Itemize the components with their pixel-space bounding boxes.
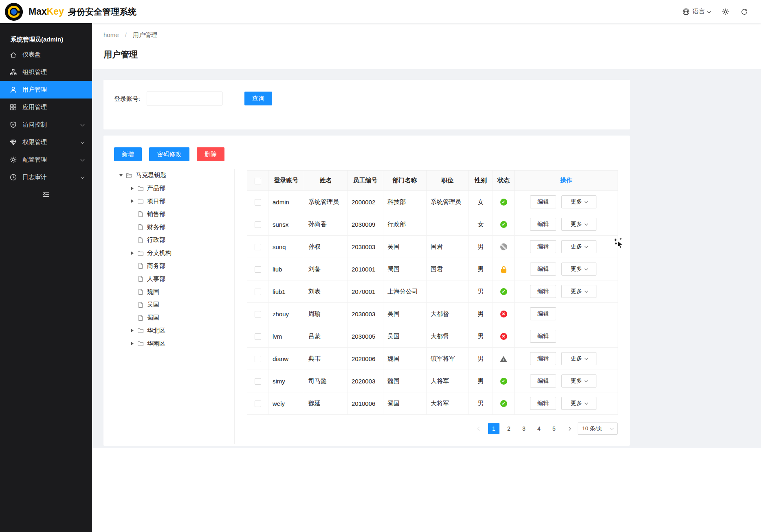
add-button[interactable]: 新增 <box>114 147 142 161</box>
more-button[interactable]: 更多 <box>561 285 596 298</box>
tree-item[interactable]: 魏国 <box>103 285 234 298</box>
row-checkbox[interactable] <box>255 401 261 407</box>
prev-page-icon[interactable] <box>474 423 484 434</box>
tree-caret-icon[interactable] <box>130 250 135 256</box>
sidebar-item-audit[interactable]: 日志审计 <box>0 169 92 186</box>
edit-button[interactable]: 编辑 <box>530 397 556 410</box>
row-checkbox[interactable] <box>255 289 261 295</box>
page-size-select[interactable]: 10 条/页 <box>578 423 618 435</box>
more-button[interactable]: 更多 <box>561 352 596 365</box>
login-account-input[interactable] <box>147 92 222 105</box>
page-number-4[interactable]: 4 <box>533 423 545 434</box>
edit-button[interactable]: 编辑 <box>530 352 556 365</box>
cell-position: 大将军 <box>427 392 469 415</box>
cell-gender: 女 <box>469 191 493 213</box>
tree-item[interactable]: 项目部 <box>103 195 234 208</box>
tree-item[interactable]: 华南区 <box>103 337 234 350</box>
cell-position: 系统管理员 <box>427 191 469 213</box>
more-button[interactable]: 更多 <box>561 218 596 231</box>
file-icon <box>137 224 144 230</box>
brand-title: MaxKey身份安全管理系统 <box>29 6 136 18</box>
more-button[interactable]: 更多 <box>561 263 596 276</box>
more-button-label: 更多 <box>571 265 582 273</box>
more-button[interactable]: 更多 <box>561 374 596 388</box>
more-button[interactable]: 更多 <box>561 397 596 410</box>
settings-gear-icon[interactable] <box>722 8 729 15</box>
sidebar-item-app[interactable]: 应用管理 <box>0 99 92 116</box>
sidebar-item-config[interactable]: 配置管理 <box>0 151 92 169</box>
next-page-icon[interactable] <box>563 423 574 434</box>
page-number-5[interactable]: 5 <box>548 423 560 434</box>
tree-item[interactable]: 蜀国 <box>103 311 234 324</box>
cell-position: 镇军将军 <box>427 348 469 370</box>
cell-operations: 编辑 更多 <box>515 191 618 213</box>
cell-employee-id: 2030003 <box>348 303 383 325</box>
collapse-sidebar-button[interactable] <box>0 186 92 202</box>
row-checkbox[interactable] <box>255 244 261 250</box>
pagination-pages: 12345 <box>488 423 560 434</box>
page-number-3[interactable]: 3 <box>518 423 530 434</box>
cell-position: 大都督 <box>427 303 469 325</box>
tree-item[interactable]: 销售部 <box>103 208 234 221</box>
edit-button[interactable]: 编辑 <box>530 240 556 253</box>
cell-operations: 编辑 <box>515 325 618 348</box>
edit-button[interactable]: 编辑 <box>530 195 556 208</box>
row-checkbox[interactable] <box>255 356 261 362</box>
language-label: 语言 <box>693 8 705 15</box>
more-button[interactable]: 更多 <box>561 195 596 208</box>
tree-item-label: 华南区 <box>147 340 165 348</box>
tree-caret-icon[interactable] <box>130 341 135 346</box>
tree-item[interactable]: 分支机构 <box>103 247 234 260</box>
select-all-checkbox[interactable] <box>255 178 261 184</box>
chevron-down-icon <box>81 175 85 179</box>
page-number-2[interactable]: 2 <box>503 423 515 434</box>
cell-operations: 编辑 <box>515 303 618 325</box>
search-button[interactable]: 查询 <box>244 92 272 105</box>
chevron-down-icon <box>584 289 587 292</box>
tree-item[interactable]: 马克思钥匙 <box>103 169 234 182</box>
edit-button[interactable]: 编辑 <box>530 218 556 231</box>
chevron-down-icon <box>584 222 587 225</box>
row-checkbox[interactable] <box>255 221 261 228</box>
cell-position <box>427 213 469 236</box>
tree-item[interactable]: 人事部 <box>103 272 234 285</box>
tree-item[interactable]: 产品部 <box>103 182 234 195</box>
tree-item[interactable]: 商务部 <box>103 260 234 273</box>
page-number-1[interactable]: 1 <box>488 423 499 434</box>
row-checkbox[interactable] <box>255 333 261 340</box>
sidebar-item-dashboard[interactable]: 仪表盘 <box>0 46 92 63</box>
row-checkbox[interactable] <box>255 266 261 273</box>
more-button[interactable]: 更多 <box>561 240 596 253</box>
row-checkbox[interactable] <box>255 199 261 206</box>
user-management-panel: 新增 密码修改 删除 马克思钥匙 产品部 项目部 销售部 财务部 行政部 <box>103 136 630 446</box>
edit-button[interactable]: 编辑 <box>530 285 556 298</box>
tree-item[interactable]: 财务部 <box>103 221 234 234</box>
tree-item[interactable]: 吴国 <box>103 298 234 311</box>
row-checkbox[interactable] <box>255 311 261 317</box>
delete-button[interactable]: 删除 <box>197 147 224 161</box>
breadcrumb-home[interactable]: home <box>103 31 119 38</box>
sidebar-item-permission[interactable]: 权限管理 <box>0 134 92 151</box>
tree-caret-icon[interactable] <box>118 173 124 178</box>
tree-caret-icon[interactable] <box>130 328 135 333</box>
edit-button[interactable]: 编辑 <box>530 330 556 343</box>
folder-icon <box>137 340 144 347</box>
cell-department: 魏国 <box>383 348 427 370</box>
language-switcher[interactable]: 语言 <box>682 8 710 15</box>
user-table-body: admin 系统管理员 2000002 科技部 系统管理员 女 ✓ 编辑 更多 … <box>247 191 618 415</box>
change-password-button[interactable]: 密码修改 <box>149 147 189 161</box>
row-checkbox[interactable] <box>255 378 261 385</box>
refresh-logout-icon[interactable] <box>741 8 748 15</box>
edit-button[interactable]: 编辑 <box>530 374 556 388</box>
edit-button[interactable]: 编辑 <box>530 307 556 320</box>
tree-item[interactable]: 行政部 <box>103 234 234 247</box>
sidebar-item-access[interactable]: 访问控制 <box>0 116 92 134</box>
tree-caret-icon[interactable] <box>130 198 135 204</box>
tree-caret-icon[interactable] <box>130 186 135 191</box>
col-header-gender: 性别 <box>469 171 493 191</box>
tree-item[interactable]: 华北区 <box>103 324 234 337</box>
sidebar-item-org[interactable]: 组织管理 <box>0 63 92 81</box>
sidebar-item-user[interactable]: 用户管理 <box>0 81 92 99</box>
table-row: weiy 魏延 2010006 蜀国 大将军 男 ✓ 编辑 更多 <box>247 392 618 415</box>
edit-button[interactable]: 编辑 <box>530 263 556 276</box>
